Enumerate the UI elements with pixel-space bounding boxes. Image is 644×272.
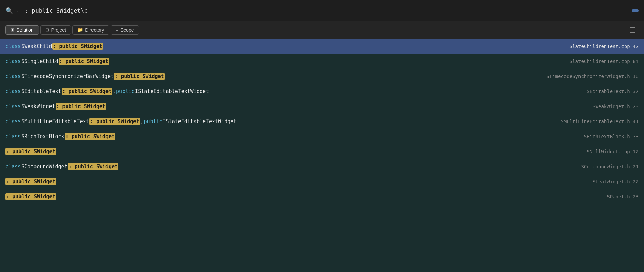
search-icon: 🔍 (5, 7, 13, 14)
tab-project-label: Project (51, 27, 66, 33)
result-code: : public SWidget (5, 148, 580, 155)
result-row[interactable]: class SRichTextBlock : public SWidgetSRi… (0, 129, 644, 144)
search-bar: 🔍 - (0, 0, 644, 21)
tab-scope[interactable]: ≡ Scope (111, 25, 139, 35)
scope-icon: ≡ (116, 27, 118, 32)
result-file: SRichTextBlock.h 33 (584, 134, 639, 139)
non-solution-checkbox[interactable] (630, 27, 635, 33)
result-code: class SMultiLineEditableText : public SW… (5, 118, 554, 125)
result-row[interactable]: class STimecodeSynchronizerBarWidget : p… (0, 69, 644, 84)
result-file: SlateChildrenTest.cpp 42 (570, 44, 639, 49)
whole-word-button[interactable] (623, 10, 627, 11)
tab-project[interactable]: ⊡ Project (40, 25, 71, 35)
result-row[interactable]: : public SWidgetSPanel.h 23 (0, 189, 644, 204)
result-row[interactable]: class SWeakChild : public SWidgetSlateCh… (0, 39, 644, 54)
reset-button[interactable] (605, 10, 609, 11)
directory-icon: 📁 (77, 27, 83, 32)
case-sensitive-button[interactable] (614, 10, 618, 11)
search-actions (596, 9, 639, 12)
result-row[interactable]: class SWeakWidget : public SWidgetSWeakW… (0, 99, 644, 114)
result-file: STimecodeSynchronizerWidget.h 16 (546, 74, 639, 79)
result-file: SEditableText.h 37 (587, 89, 639, 94)
result-file: SLeafWidget.h 22 (592, 179, 639, 184)
result-row[interactable]: : public SWidgetSNullWidget.cpp 12 (0, 144, 644, 159)
result-row[interactable]: class SMultiLineEditableText : public SW… (0, 114, 644, 129)
tab-directory-label: Directory (85, 27, 104, 33)
result-code: : public SWidget (5, 193, 600, 200)
result-code: class SWeakChild : public SWidget (5, 43, 563, 50)
result-code: class SWeakWidget : public SWidget (5, 103, 586, 110)
tab-scope-label: Scope (120, 27, 134, 33)
close-button[interactable] (596, 10, 600, 11)
search-separator: - (16, 7, 19, 14)
result-file: SlateChildrenTest.cpp 84 (570, 59, 639, 64)
result-code: class SEditableText : public SWidget, pu… (5, 88, 580, 95)
result-row[interactable]: : public SWidgetSLeafWidget.h 22 (0, 174, 644, 189)
result-file: SMultiLineEditableText.h 41 (561, 119, 639, 124)
result-file: SWeakWidget.h 23 (592, 104, 639, 109)
result-code: class SSingleChild : public SWidget (5, 58, 563, 65)
result-file: SNullWidget.cpp 12 (587, 149, 639, 154)
results-list: class SWeakChild : public SWidgetSlateCh… (0, 39, 644, 204)
solution-icon: ⊞ (11, 27, 14, 32)
tab-solution[interactable]: ⊞ Solution (5, 25, 39, 35)
tab-solution-label: Solution (16, 27, 34, 33)
result-code: : public SWidget (5, 178, 586, 185)
tab-directory[interactable]: 📁 Directory (72, 25, 109, 35)
result-file: SPanel.h 23 (607, 194, 639, 199)
non-solution-wrap (630, 27, 639, 33)
search-input[interactable] (25, 7, 592, 14)
result-code: class STimecodeSynchronizerBarWidget : p… (5, 73, 540, 80)
project-icon: ⊡ (45, 27, 49, 32)
result-code: class SCompoundWidget : public SWidget (5, 163, 574, 170)
result-row[interactable]: class SSingleChild : public SWidgetSlate… (0, 54, 644, 69)
search-icon-wrap: 🔍 - (5, 7, 21, 14)
result-file: SCompoundWidget.h 21 (581, 164, 639, 169)
regex-button[interactable] (632, 9, 639, 12)
toolbar: ⊞ Solution ⊡ Project 📁 Directory ≡ Scope (0, 21, 644, 39)
result-row[interactable]: class SCompoundWidget : public SWidgetSC… (0, 159, 644, 174)
result-row[interactable]: class SEditableText : public SWidget, pu… (0, 84, 644, 99)
result-code: class SRichTextBlock : public SWidget (5, 133, 577, 140)
